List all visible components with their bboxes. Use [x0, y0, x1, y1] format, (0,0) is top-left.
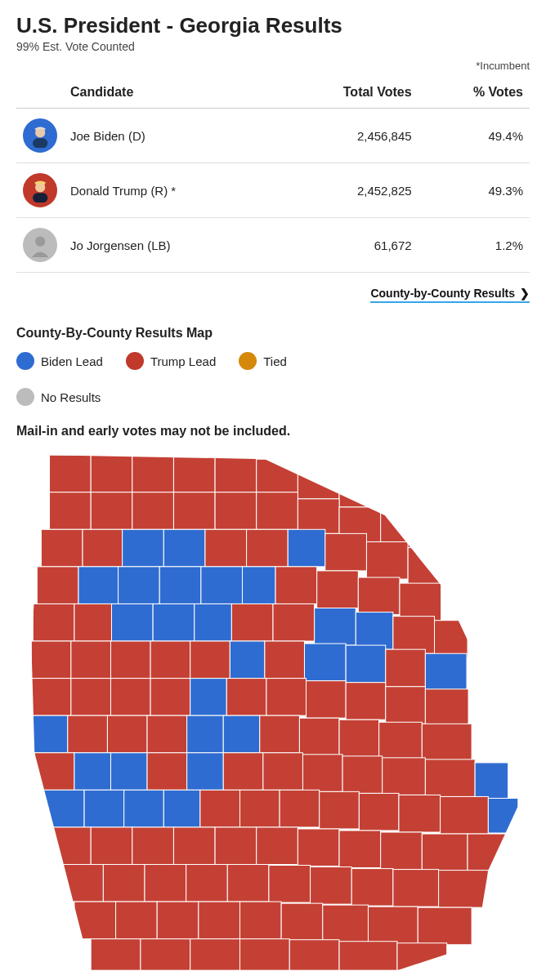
svg-rect-90	[187, 753, 224, 791]
svg-rect-38	[275, 567, 317, 604]
svg-rect-89	[147, 753, 187, 791]
svg-rect-108	[441, 796, 489, 834]
svg-rect-139	[418, 907, 472, 945]
svg-rect-122	[103, 865, 145, 902]
svg-rect-130	[439, 871, 489, 908]
svg-rect-26	[205, 529, 247, 567]
mail-in-warning: Mail-in and early votes may not be inclu…	[16, 424, 530, 439]
svg-rect-36	[201, 567, 243, 604]
svg-rect-72	[346, 683, 386, 720]
svg-rect-114	[215, 827, 257, 865]
svg-rect-104	[280, 790, 320, 827]
svg-rect-144	[289, 940, 339, 970]
svg-rect-16	[173, 492, 215, 530]
svg-rect-126	[269, 866, 311, 903]
svg-rect-3	[33, 193, 47, 203]
svg-rect-141	[141, 939, 190, 970]
svg-rect-8	[173, 455, 215, 492]
svg-rect-18	[257, 492, 298, 530]
legend-item-biden: Biden Lead	[16, 352, 103, 370]
svg-rect-101	[163, 790, 200, 827]
svg-rect-58	[230, 641, 265, 679]
svg-rect-91	[223, 753, 263, 791]
svg-rect-128	[351, 869, 393, 906]
svg-rect-13	[50, 492, 92, 530]
svg-rect-64	[31, 679, 71, 716]
map-svg	[16, 447, 530, 976]
svg-rect-66	[110, 679, 150, 716]
svg-rect-119	[422, 834, 468, 871]
svg-rect-50	[356, 612, 393, 650]
svg-rect-115	[257, 827, 298, 865]
svg-rect-93	[302, 755, 342, 792]
svg-rect-54	[71, 641, 111, 679]
svg-rect-111	[91, 827, 132, 865]
svg-rect-107	[399, 795, 441, 832]
svg-rect-27	[247, 529, 289, 567]
candidate-total: 61,672	[274, 218, 418, 273]
svg-rect-71	[307, 681, 347, 719]
svg-rect-33	[78, 567, 119, 604]
svg-rect-87	[74, 753, 111, 791]
vote-counted-subtitle: 99% Est. Vote Counted	[16, 40, 530, 53]
svg-rect-42	[33, 604, 74, 641]
svg-rect-79	[187, 715, 224, 753]
svg-rect-136	[281, 903, 323, 941]
svg-rect-138	[368, 906, 418, 944]
svg-rect-78	[147, 715, 187, 753]
candidate-pct: 49.4%	[418, 109, 530, 163]
incumbent-note: *Incumbent	[16, 60, 530, 72]
candidate-name: Jo Jorgensen (LB)	[64, 218, 274, 273]
candidate-total: 2,452,825	[274, 163, 418, 218]
legend-dot-none	[16, 388, 34, 406]
georgia-county-map[interactable]	[16, 447, 530, 976]
svg-rect-80	[223, 715, 260, 753]
county-by-county-link[interactable]: County-by-County Results ❯	[370, 287, 530, 303]
svg-point-4	[35, 236, 45, 246]
svg-rect-81	[260, 715, 300, 753]
svg-rect-45	[153, 604, 195, 641]
legend-dot-biden	[16, 352, 34, 370]
svg-rect-127	[311, 867, 352, 905]
svg-rect-140	[91, 939, 141, 970]
avatar-biden	[23, 118, 57, 153]
county-by-county-label: County-by-County Results	[370, 287, 515, 300]
svg-rect-137	[323, 905, 369, 942]
svg-rect-88	[110, 753, 147, 791]
svg-rect-68	[190, 679, 227, 716]
candidate-pct: 49.3%	[418, 163, 530, 218]
legend-label: No Results	[41, 390, 101, 404]
svg-rect-7	[132, 455, 174, 492]
svg-rect-14	[91, 492, 132, 530]
svg-rect-106	[359, 793, 399, 831]
svg-rect-95	[383, 758, 426, 795]
svg-rect-60	[304, 644, 346, 681]
svg-rect-24	[123, 529, 164, 567]
col-avatar	[16, 77, 64, 109]
svg-rect-46	[195, 604, 232, 641]
svg-rect-96	[425, 760, 475, 797]
svg-rect-133	[157, 902, 199, 939]
svg-rect-37	[243, 567, 276, 604]
svg-rect-116	[298, 829, 339, 866]
col-pct-votes: % Votes	[418, 77, 530, 109]
svg-rect-74	[425, 689, 468, 727]
svg-rect-70	[266, 679, 307, 716]
table-row: Donald Trump (R) * 2,452,825 49.3%	[16, 163, 530, 218]
svg-rect-118	[381, 832, 423, 870]
svg-rect-19	[298, 499, 339, 534]
col-candidate: Candidate	[64, 77, 274, 109]
legend-label: Trump Lead	[150, 354, 216, 368]
svg-rect-65	[71, 679, 111, 716]
svg-rect-51	[393, 617, 435, 654]
svg-rect-62	[386, 649, 426, 687]
svg-rect-32	[37, 567, 78, 604]
svg-rect-34	[119, 567, 160, 604]
table-row: Jo Jorgensen (LB) 61,672 1.2%	[16, 218, 530, 273]
svg-rect-142	[190, 939, 240, 970]
svg-rect-97	[475, 763, 508, 800]
svg-rect-132	[116, 902, 158, 939]
candidate-name: Joe Biden (D)	[64, 109, 274, 163]
svg-rect-112	[132, 827, 174, 865]
svg-rect-1	[33, 138, 47, 148]
